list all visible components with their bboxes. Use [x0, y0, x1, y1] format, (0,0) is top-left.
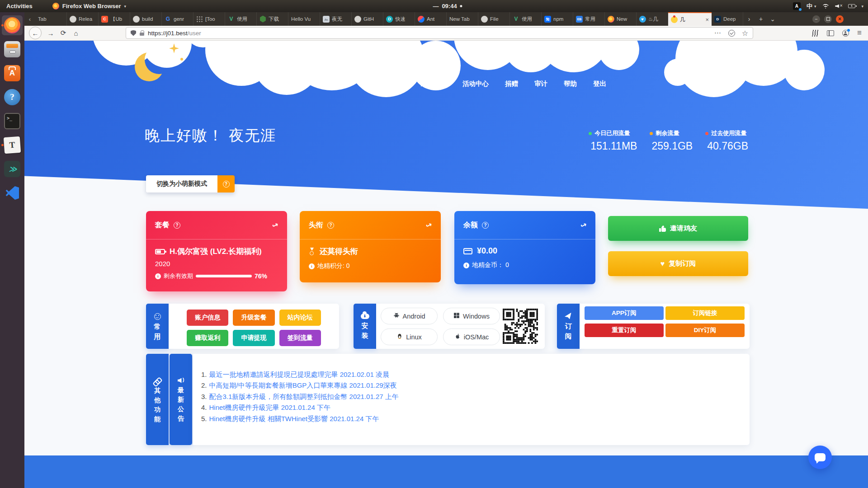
- announcement-link[interactable]: 配合3.1新版本升級，所有餘額調整到抵扣金幣 2021.01.27 上午: [209, 393, 399, 400]
- announcement-link[interactable]: Hinet機房硬件升級完畢 2021.01.24 下午: [209, 404, 330, 411]
- common-action-button[interactable]: 申请提现: [233, 330, 274, 346]
- close-button[interactable]: ×: [836, 15, 844, 23]
- mode-help-icon[interactable]: ?: [217, 175, 235, 192]
- site-nav-item[interactable]: 用户中心: [319, 80, 345, 88]
- browser-tab[interactable]: File: [478, 12, 510, 26]
- dock-item[interactable]: [2, 39, 23, 59]
- dock-item[interactable]: A: [2, 63, 23, 83]
- common-action-button[interactable]: 升级套餐: [233, 310, 274, 326]
- site-nav-item[interactable]: 使用: [361, 80, 374, 88]
- browser-tab[interactable]: ♨几: [637, 12, 668, 26]
- plan-card-link-icon[interactable]: ↪: [270, 220, 280, 230]
- clock[interactable]: — 09:44: [433, 3, 462, 9]
- browser-tab[interactable]: [Too: [193, 12, 225, 26]
- dock-item[interactable]: [2, 183, 23, 203]
- announcement-link[interactable]: Hinet機房硬件升級 相關TWHinet受影響 2021.01.24 下午: [209, 415, 379, 422]
- tab-list-dropdown-icon[interactable]: ⌄: [767, 12, 778, 26]
- rank-card-link-icon[interactable]: ↪: [424, 220, 434, 230]
- new-tab-button[interactable]: +: [755, 12, 767, 26]
- browser-tab[interactable]: New Tab: [447, 12, 478, 26]
- browser-tab[interactable]: C 【Ub: [99, 12, 130, 26]
- dock-item[interactable]: T: [2, 135, 23, 155]
- maximize-button[interactable]: [824, 15, 832, 23]
- browser-tab[interactable]: GitH: [352, 12, 383, 26]
- section-tab-announcements[interactable]: 最新公告: [170, 354, 192, 445]
- site-nav-item[interactable]: 福利: [391, 80, 404, 88]
- url-text[interactable]: https://j01.best/user: [148, 30, 201, 37]
- volume-muted-icon[interactable]: [835, 4, 842, 9]
- announcement-link[interactable]: 中高短期/中等長期套餐新增BGP入口華東專線 2021.01.29深夜: [209, 381, 397, 389]
- os-download-button[interactable]: Windows: [443, 308, 500, 324]
- dock-item[interactable]: ≫: [2, 159, 23, 179]
- battery-icon[interactable]: [848, 4, 855, 8]
- account-icon[interactable]: [842, 30, 849, 37]
- dock-item[interactable]: [2, 15, 23, 35]
- tab-scroll-right-icon[interactable]: ›: [743, 12, 755, 26]
- mode-switch-button[interactable]: 切换为小萌新模式 ?: [146, 175, 235, 192]
- wifi-icon[interactable]: [822, 4, 829, 9]
- subscribe-button[interactable]: 订阅链接: [665, 306, 745, 320]
- question-circle-icon[interactable]: ?: [174, 222, 180, 229]
- browser-tab[interactable]: D Deep: [712, 12, 743, 26]
- browser-tab[interactable]: Relea: [67, 12, 99, 26]
- browser-tab[interactable]: V 使用: [225, 12, 257, 26]
- browser-tab[interactable]: G genr: [162, 12, 193, 26]
- browser-tab[interactable]: Tab: [35, 12, 67, 26]
- copy-subscription-button[interactable]: ♥ 复制订阅: [608, 251, 748, 276]
- site-nav-item[interactable]: 活动中心: [462, 80, 489, 88]
- balance-card-link-icon[interactable]: ↪: [579, 220, 588, 230]
- bookmark-star-icon[interactable]: ☆: [742, 29, 748, 38]
- browser-tab[interactable]: V 使用: [510, 12, 542, 26]
- os-download-button[interactable]: iOS/Mac: [443, 328, 500, 345]
- section-tab-other-features[interactable]: 其他功能: [146, 354, 169, 445]
- dock-item[interactable]: >_: [2, 111, 23, 131]
- back-button[interactable]: ←: [29, 27, 42, 39]
- activities-button[interactable]: Activities: [6, 3, 33, 9]
- url-bar[interactable]: https://j01.best/user ⋯ ☆: [126, 27, 753, 39]
- browser-tab[interactable]: Ant: [415, 12, 447, 26]
- browser-tab[interactable]: 下载: [257, 12, 288, 26]
- site-nav-item[interactable]: 订阅中心: [420, 80, 446, 88]
- app-menu[interactable]: Firefox Web Browser ▾: [52, 3, 126, 9]
- system-tray[interactable]: A 中 ▾ ▾: [793, 2, 863, 10]
- site-nav-item[interactable]: 登出: [593, 80, 606, 88]
- announcement-link[interactable]: 最近一批地精邀請返利提現已提現處理完畢 2021.02.01 凌晨: [209, 371, 389, 378]
- chat-widget-button[interactable]: [808, 446, 832, 469]
- site-nav-item[interactable]: 帮助: [564, 80, 577, 88]
- pocket-icon[interactable]: [728, 30, 735, 37]
- tab-scroll-left-icon[interactable]: ‹: [24, 12, 35, 26]
- site-nav-item[interactable]: 捐赠: [505, 80, 518, 88]
- subscribe-button[interactable]: APP订阅: [585, 306, 664, 320]
- minimize-button[interactable]: −: [812, 15, 820, 23]
- browser-tab[interactable]: EB 常用: [573, 12, 605, 26]
- browser-tab[interactable]: Hello Vu: [288, 12, 320, 26]
- lock-icon[interactable]: [140, 30, 144, 36]
- common-action-button[interactable]: 签到流量: [279, 330, 321, 346]
- input-method-icon[interactable]: A: [793, 2, 801, 10]
- invite-friends-button[interactable]: 邀请鸡友: [608, 216, 748, 241]
- question-circle-icon[interactable]: ?: [482, 222, 489, 229]
- common-action-button[interactable]: 站内论坛: [279, 310, 321, 326]
- question-circle-icon[interactable]: ?: [327, 222, 334, 229]
- home-button[interactable]: ⌂: [70, 27, 82, 39]
- forward-button[interactable]: →: [44, 27, 57, 39]
- browser-tab[interactable]: New: [605, 12, 637, 26]
- tab-close-icon[interactable]: ×: [704, 16, 709, 23]
- browser-tab[interactable]: build: [130, 12, 162, 26]
- sidebar-icon[interactable]: [827, 30, 834, 36]
- chevron-down-icon[interactable]: ▾: [861, 4, 863, 9]
- site-nav-item[interactable]: 审计: [534, 80, 547, 88]
- tracking-protection-shield-icon[interactable]: [131, 30, 136, 36]
- subscribe-button[interactable]: DIY订阅: [665, 324, 745, 337]
- browser-tab[interactable]: 几 ×: [668, 12, 712, 26]
- library-icon[interactable]: [812, 30, 819, 37]
- browser-tab[interactable]: 知 npm: [542, 12, 573, 26]
- reload-button[interactable]: ⟳: [57, 27, 70, 39]
- ime-language[interactable]: 中 ▾: [807, 2, 816, 10]
- browser-tab[interactable]: 夜无: [320, 12, 352, 26]
- menu-hamburger-icon[interactable]: ≡: [857, 28, 862, 38]
- dock-item[interactable]: ?: [2, 87, 23, 107]
- common-action-button[interactable]: 账户信息: [187, 310, 228, 326]
- os-download-button[interactable]: Android: [381, 308, 438, 324]
- subscribe-button[interactable]: 重置订阅: [585, 324, 664, 337]
